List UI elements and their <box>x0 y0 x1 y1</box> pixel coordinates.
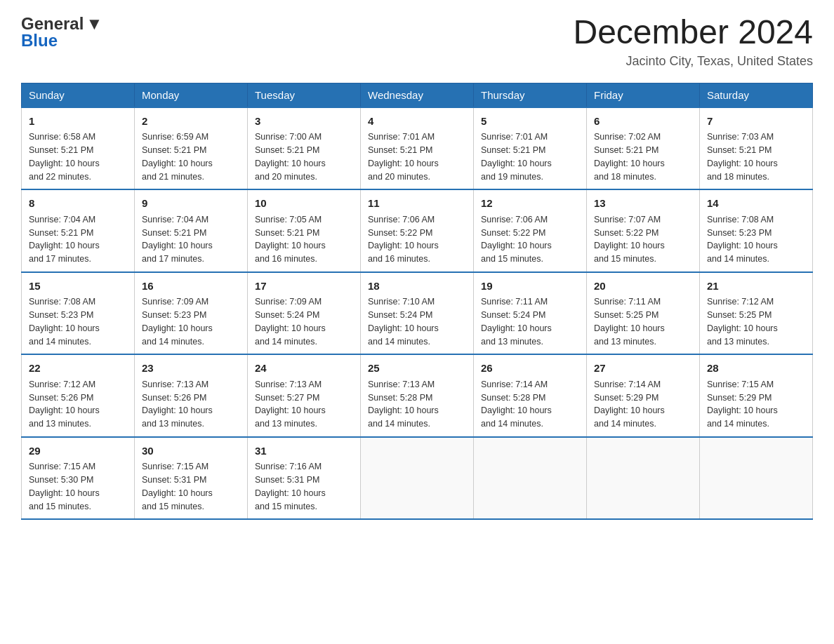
day-number: 11 <box>368 196 466 212</box>
calendar-day-cell: 1Sunrise: 6:58 AMSunset: 5:21 PMDaylight… <box>22 107 135 190</box>
calendar-day-cell: 24Sunrise: 7:13 AMSunset: 5:27 PMDayligh… <box>248 354 361 437</box>
day-info: Sunrise: 7:14 AMSunset: 5:29 PMDaylight:… <box>594 378 692 431</box>
day-info: Sunrise: 6:59 AMSunset: 5:21 PMDaylight:… <box>142 130 240 183</box>
calendar-week-row: 29Sunrise: 7:15 AMSunset: 5:30 PMDayligh… <box>22 437 813 520</box>
calendar-day-cell: 7Sunrise: 7:03 AMSunset: 5:21 PMDaylight… <box>700 107 813 190</box>
calendar-day-cell: 31Sunrise: 7:16 AMSunset: 5:31 PMDayligh… <box>248 437 361 520</box>
day-number: 5 <box>481 114 579 130</box>
day-info: Sunrise: 6:58 AMSunset: 5:21 PMDaylight:… <box>29 130 127 183</box>
page-header: General▼ Blue December 2024 Jacinto City… <box>21 14 813 69</box>
day-number: 29 <box>29 443 127 459</box>
day-info: Sunrise: 7:01 AMSunset: 5:21 PMDaylight:… <box>368 130 466 183</box>
calendar-day-cell: 22Sunrise: 7:12 AMSunset: 5:26 PMDayligh… <box>22 354 135 437</box>
day-number: 27 <box>594 361 692 377</box>
calendar-day-cell: 10Sunrise: 7:05 AMSunset: 5:21 PMDayligh… <box>248 189 361 272</box>
day-info: Sunrise: 7:03 AMSunset: 5:21 PMDaylight:… <box>707 130 805 183</box>
calendar-header-row: SundayMondayTuesdayWednesdayThursdayFrid… <box>22 83 813 107</box>
calendar-day-cell: 14Sunrise: 7:08 AMSunset: 5:23 PMDayligh… <box>700 189 813 272</box>
column-header-friday: Friday <box>587 83 700 107</box>
day-info: Sunrise: 7:00 AMSunset: 5:21 PMDaylight:… <box>255 130 353 183</box>
calendar-day-cell: 4Sunrise: 7:01 AMSunset: 5:21 PMDaylight… <box>361 107 474 190</box>
day-number: 30 <box>142 443 240 459</box>
day-number: 1 <box>29 114 127 130</box>
day-number: 13 <box>594 196 692 212</box>
day-info: Sunrise: 7:08 AMSunset: 5:23 PMDaylight:… <box>707 213 805 266</box>
day-number: 7 <box>707 114 805 130</box>
day-info: Sunrise: 7:13 AMSunset: 5:27 PMDaylight:… <box>255 378 353 431</box>
calendar-day-cell: 6Sunrise: 7:02 AMSunset: 5:21 PMDaylight… <box>587 107 700 190</box>
calendar-day-cell: 11Sunrise: 7:06 AMSunset: 5:22 PMDayligh… <box>361 189 474 272</box>
calendar-day-cell <box>587 437 700 520</box>
day-number: 14 <box>707 196 805 212</box>
day-number: 4 <box>368 114 466 130</box>
day-info: Sunrise: 7:06 AMSunset: 5:22 PMDaylight:… <box>481 213 579 266</box>
calendar-day-cell: 23Sunrise: 7:13 AMSunset: 5:26 PMDayligh… <box>135 354 248 437</box>
month-title: December 2024 <box>573 14 813 51</box>
calendar-day-cell: 12Sunrise: 7:06 AMSunset: 5:22 PMDayligh… <box>474 189 587 272</box>
calendar-day-cell: 9Sunrise: 7:04 AMSunset: 5:21 PMDaylight… <box>135 189 248 272</box>
day-number: 3 <box>255 114 353 130</box>
day-info: Sunrise: 7:04 AMSunset: 5:21 PMDaylight:… <box>29 213 127 266</box>
calendar-week-row: 8Sunrise: 7:04 AMSunset: 5:21 PMDaylight… <box>22 189 813 272</box>
calendar-day-cell: 17Sunrise: 7:09 AMSunset: 5:24 PMDayligh… <box>248 272 361 355</box>
day-number: 6 <box>594 114 692 130</box>
day-number: 2 <box>142 114 240 130</box>
day-number: 15 <box>29 279 127 295</box>
day-number: 9 <box>142 196 240 212</box>
calendar-day-cell: 26Sunrise: 7:14 AMSunset: 5:28 PMDayligh… <box>474 354 587 437</box>
day-info: Sunrise: 7:14 AMSunset: 5:28 PMDaylight:… <box>481 378 579 431</box>
day-number: 24 <box>255 361 353 377</box>
calendar-day-cell: 20Sunrise: 7:11 AMSunset: 5:25 PMDayligh… <box>587 272 700 355</box>
calendar-day-cell: 8Sunrise: 7:04 AMSunset: 5:21 PMDaylight… <box>22 189 135 272</box>
calendar-day-cell: 3Sunrise: 7:00 AMSunset: 5:21 PMDaylight… <box>248 107 361 190</box>
location-subtitle: Jacinto City, Texas, United States <box>573 54 813 69</box>
column-header-saturday: Saturday <box>700 83 813 107</box>
calendar-day-cell: 25Sunrise: 7:13 AMSunset: 5:28 PMDayligh… <box>361 354 474 437</box>
day-number: 17 <box>255 279 353 295</box>
day-info: Sunrise: 7:16 AMSunset: 5:31 PMDaylight:… <box>255 460 353 513</box>
day-info: Sunrise: 7:12 AMSunset: 5:25 PMDaylight:… <box>707 295 805 348</box>
day-info: Sunrise: 7:15 AMSunset: 5:30 PMDaylight:… <box>29 460 127 513</box>
calendar-day-cell: 15Sunrise: 7:08 AMSunset: 5:23 PMDayligh… <box>22 272 135 355</box>
calendar-week-row: 1Sunrise: 6:58 AMSunset: 5:21 PMDaylight… <box>22 107 813 190</box>
calendar-day-cell: 29Sunrise: 7:15 AMSunset: 5:30 PMDayligh… <box>22 437 135 520</box>
column-header-thursday: Thursday <box>474 83 587 107</box>
calendar-week-row: 15Sunrise: 7:08 AMSunset: 5:23 PMDayligh… <box>22 272 813 355</box>
column-header-monday: Monday <box>135 83 248 107</box>
calendar-day-cell: 21Sunrise: 7:12 AMSunset: 5:25 PMDayligh… <box>700 272 813 355</box>
column-header-tuesday: Tuesday <box>248 83 361 107</box>
day-info: Sunrise: 7:11 AMSunset: 5:24 PMDaylight:… <box>481 295 579 348</box>
calendar-day-cell: 19Sunrise: 7:11 AMSunset: 5:24 PMDayligh… <box>474 272 587 355</box>
calendar-day-cell <box>700 437 813 520</box>
day-number: 21 <box>707 279 805 295</box>
calendar-day-cell: 18Sunrise: 7:10 AMSunset: 5:24 PMDayligh… <box>361 272 474 355</box>
day-info: Sunrise: 7:06 AMSunset: 5:22 PMDaylight:… <box>368 213 466 266</box>
day-info: Sunrise: 7:05 AMSunset: 5:21 PMDaylight:… <box>255 213 353 266</box>
day-number: 25 <box>368 361 466 377</box>
logo: General▼ Blue <box>21 14 102 51</box>
day-number: 26 <box>481 361 579 377</box>
calendar-day-cell: 2Sunrise: 6:59 AMSunset: 5:21 PMDaylight… <box>135 107 248 190</box>
calendar-day-cell: 16Sunrise: 7:09 AMSunset: 5:23 PMDayligh… <box>135 272 248 355</box>
calendar-day-cell: 13Sunrise: 7:07 AMSunset: 5:22 PMDayligh… <box>587 189 700 272</box>
calendar-table: SundayMondayTuesdayWednesdayThursdayFrid… <box>21 83 813 521</box>
day-info: Sunrise: 7:12 AMSunset: 5:26 PMDaylight:… <box>29 378 127 431</box>
column-header-sunday: Sunday <box>22 83 135 107</box>
day-number: 23 <box>142 361 240 377</box>
day-number: 16 <box>142 279 240 295</box>
day-info: Sunrise: 7:10 AMSunset: 5:24 PMDaylight:… <box>368 295 466 348</box>
logo-arrow-icon: ▼ <box>86 14 102 34</box>
day-number: 8 <box>29 196 127 212</box>
calendar-day-cell: 30Sunrise: 7:15 AMSunset: 5:31 PMDayligh… <box>135 437 248 520</box>
day-info: Sunrise: 7:15 AMSunset: 5:29 PMDaylight:… <box>707 378 805 431</box>
day-info: Sunrise: 7:09 AMSunset: 5:23 PMDaylight:… <box>142 295 240 348</box>
day-number: 10 <box>255 196 353 212</box>
calendar-day-cell: 5Sunrise: 7:01 AMSunset: 5:21 PMDaylight… <box>474 107 587 190</box>
day-info: Sunrise: 7:09 AMSunset: 5:24 PMDaylight:… <box>255 295 353 348</box>
day-info: Sunrise: 7:07 AMSunset: 5:22 PMDaylight:… <box>594 213 692 266</box>
day-number: 20 <box>594 279 692 295</box>
calendar-day-cell <box>474 437 587 520</box>
calendar-day-cell: 27Sunrise: 7:14 AMSunset: 5:29 PMDayligh… <box>587 354 700 437</box>
column-header-wednesday: Wednesday <box>361 83 474 107</box>
day-number: 18 <box>368 279 466 295</box>
